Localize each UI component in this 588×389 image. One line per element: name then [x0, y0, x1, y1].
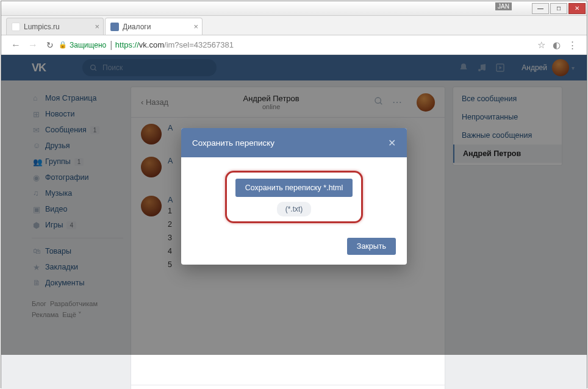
secure-label: Защищено	[70, 41, 106, 49]
window-close[interactable]: ✕	[568, 3, 586, 14]
message-composer: Напишите сообщение...	[131, 385, 445, 389]
favicon-icon	[110, 23, 119, 31]
modal-close-icon[interactable]: ✕	[388, 137, 396, 149]
window-minimize[interactable]: ―	[532, 3, 549, 14]
save-html-button[interactable]: Сохранить переписку *.html	[235, 179, 353, 197]
highlight-annotation: Сохранить переписку *.html (*.txt)	[225, 171, 364, 223]
menu-icon[interactable]: ⋮	[564, 40, 581, 51]
address-bar: ← → ↻ 🔒 Защищено | https:// vk.com /im?s…	[1, 35, 587, 55]
browser-tab[interactable]: Lumpics.ru ×	[6, 18, 104, 35]
reload-icon[interactable]: ↻	[41, 40, 59, 50]
window-titlebar: JAN ― □ ✕	[1, 1, 587, 16]
tab-close-icon[interactable]: ×	[193, 22, 198, 31]
close-button[interactable]: Закрыть	[347, 238, 396, 255]
tab-title: Lumpics.ru	[24, 23, 60, 31]
save-txt-button[interactable]: (*.txt)	[277, 202, 312, 216]
favicon-icon	[12, 23, 20, 31]
modal-title: Сохранить переписку	[192, 138, 274, 148]
extension-icon[interactable]: ◐	[549, 40, 564, 51]
tab-close-icon[interactable]: ×	[95, 22, 99, 31]
nav-forward-icon[interactable]: →	[24, 40, 41, 51]
browser-tab[interactable]: Диалоги ×	[105, 18, 203, 35]
modal-body: Сохранить переписку *.html (*.txt)	[181, 157, 407, 232]
modal-header: Сохранить переписку ✕	[181, 128, 407, 157]
url-host: vk.com	[139, 40, 164, 49]
browser-tab-strip: Lumpics.ru × Диалоги ×	[1, 16, 587, 35]
modal-footer: Закрыть	[181, 232, 407, 265]
url-scheme: https://	[115, 40, 139, 49]
star-icon[interactable]: ☆	[534, 40, 549, 51]
url-path: /im?sel=432567381	[164, 40, 234, 49]
save-conversation-modal: Сохранить переписку ✕ Сохранить переписк…	[181, 128, 407, 265]
modal-overlay[interactable]: Сохранить переписку ✕ Сохранить переписк…	[1, 55, 587, 355]
nav-back-icon[interactable]: ←	[7, 40, 24, 51]
jan-badge: JAN	[495, 2, 512, 10]
window-maximize[interactable]: □	[550, 3, 567, 14]
tab-title: Диалоги	[123, 23, 151, 31]
lock-icon: 🔒	[59, 41, 67, 49]
